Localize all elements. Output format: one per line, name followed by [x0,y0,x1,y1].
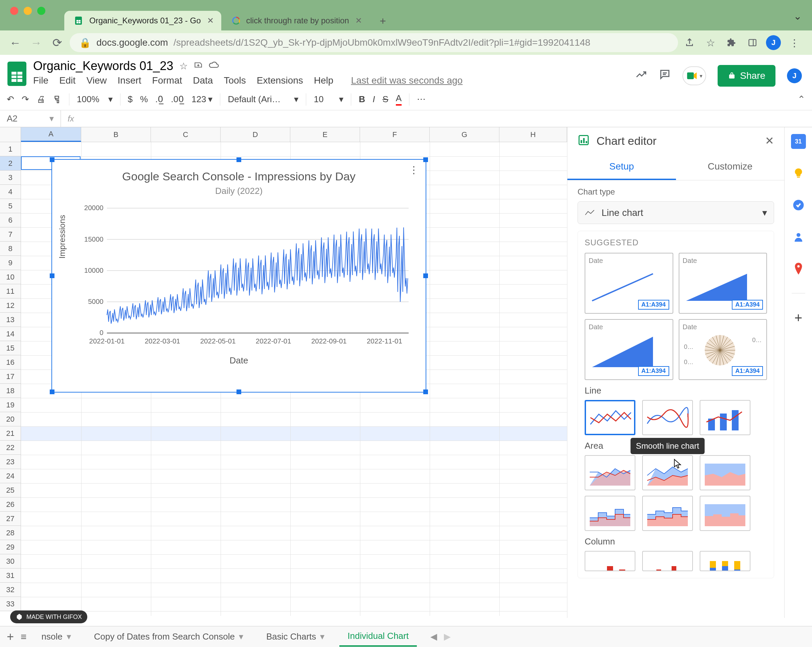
menu-edit[interactable]: Edit [59,75,75,86]
collapse-toolbar-icon[interactable]: ⌃ [797,94,805,105]
text-color-button[interactable]: A [396,93,401,105]
move-icon[interactable] [194,61,203,72]
browser-tab-sheets[interactable]: Organic_Keywords 01_23 - Go ✕ [64,11,221,31]
row-header[interactable]: 12 [0,299,21,313]
contacts-icon[interactable] [791,229,806,244]
share-button[interactable]: Share [717,65,775,87]
row-header[interactable]: 26 [0,497,21,512]
all-sheets-button[interactable]: ≡ [21,631,27,642]
menu-format[interactable]: Format [152,75,182,86]
column-chart-option[interactable] [585,551,635,571]
column-header[interactable]: E [290,127,360,142]
row-header[interactable]: 13 [0,313,21,327]
print-button[interactable]: 🖨 [37,94,45,105]
row-header[interactable]: 10 [0,270,21,284]
tab-overflow-icon[interactable]: ⌄ [794,10,802,22]
100-stacked-column-option[interactable] [700,551,751,571]
row-header[interactable]: 25 [0,483,21,497]
back-button[interactable]: ← [7,34,24,51]
scroll-tabs-left[interactable]: ◀ [430,632,437,642]
undo-button[interactable]: ↶ [7,94,14,105]
menu-view[interactable]: View [86,75,107,86]
row-header[interactable]: 20 [0,412,21,426]
row-header[interactable]: 31 [0,569,21,583]
cloud-icon[interactable] [209,61,219,72]
font-size-select[interactable]: 10 ▾ [314,94,343,105]
share-icon[interactable] [682,35,697,50]
column-header[interactable]: H [499,127,567,142]
sheet-tab-active[interactable]: Individual Chart [339,627,417,647]
window-close[interactable] [10,7,18,15]
row-header[interactable]: 8 [0,242,21,256]
menu-data[interactable]: Data [193,75,213,86]
add-sheet-button[interactable]: + [7,630,14,644]
suggested-chart-line[interactable]: Date A1:A394 [585,253,673,314]
row-header[interactable]: 11 [0,284,21,299]
row-header[interactable]: 1 [0,142,21,156]
chart-type-dropdown[interactable]: Line chart ▾ [577,201,774,224]
row-header[interactable]: 4 [0,185,21,199]
row-header[interactable]: 18 [0,384,21,398]
document-title[interactable]: Organic_Keywords 01_23 [33,59,173,73]
scroll-tabs-right[interactable]: ▶ [444,632,451,642]
line-chart-option[interactable] [585,400,635,435]
combo-chart-option[interactable] [700,400,751,435]
embedded-chart[interactable]: ⋮ Google Search Console - Impressions by… [52,159,426,392]
tab-customize[interactable]: Customize [676,154,785,180]
italic-button[interactable]: I [372,94,375,105]
row-header[interactable]: 29 [0,540,21,554]
forward-button[interactable]: → [28,34,45,51]
maps-icon[interactable] [791,261,806,276]
calendar-icon[interactable]: 31 [791,134,806,149]
font-select[interactable]: Default (Ari…▾ [228,94,298,105]
increase-decimal-button[interactable]: .00̲ [171,94,184,105]
star-icon[interactable]: ☆ [179,61,188,72]
stacked-column-option[interactable] [642,551,693,571]
keep-icon[interactable] [791,166,806,181]
suggested-chart-area[interactable]: Date A1:A394 [679,253,767,314]
comments-icon[interactable] [659,69,671,84]
row-header[interactable]: 15 [0,341,21,355]
decrease-decimal-button[interactable]: .0̲ [155,94,163,105]
address-bar[interactable]: 🔒 docs.google.com/spreadsheets/d/1S2Q_yb… [70,33,678,52]
close-icon[interactable]: ✕ [206,17,215,25]
redo-button[interactable]: ↷ [21,94,29,105]
menu-file[interactable]: File [33,75,48,86]
reload-button[interactable]: ⟳ [49,34,66,51]
profile-avatar[interactable]: J [766,35,781,50]
bookmark-icon[interactable]: ☆ [703,35,718,50]
stacked-stepped-area-option[interactable] [642,496,693,531]
row-header[interactable]: 2 [0,156,21,171]
row-header[interactable]: 7 [0,227,21,242]
sheet-tab[interactable]: Copy of Dates from Search Console ▾ [86,627,251,646]
add-addon-icon[interactable]: + [791,310,806,325]
currency-button[interactable]: $ [128,94,133,105]
row-header[interactable]: 33 [0,597,21,611]
column-header[interactable]: F [360,127,430,142]
menu-help[interactable]: Help [314,75,334,86]
chart-menu-icon[interactable]: ⋮ [409,164,419,175]
column-header[interactable]: A [21,127,81,142]
stacked-area-option[interactable] [642,455,693,490]
more-formats-button[interactable]: 123▾ [191,94,212,105]
paint-format-button[interactable] [53,95,61,104]
row-header[interactable]: 28 [0,526,21,540]
window-minimize[interactable] [24,7,32,15]
column-header[interactable]: C [151,127,221,142]
100-stacked-stepped-option[interactable] [700,496,751,531]
column-header[interactable]: D [221,127,290,142]
formula-input[interactable] [81,110,812,127]
row-header[interactable]: 23 [0,455,21,469]
row-header[interactable]: 32 [0,583,21,597]
select-all-corner[interactable] [0,127,21,142]
smooth-line-chart-option[interactable]: Smooth line chart [642,400,693,435]
row-header[interactable]: 27 [0,512,21,526]
row-header[interactable]: 9 [0,256,21,270]
sheet-tab[interactable]: Basic Charts ▾ [258,627,333,646]
sheets-logo[interactable] [6,59,28,89]
new-tab-button[interactable]: + [376,14,390,28]
tab-setup[interactable]: Setup [568,154,676,180]
area-chart-option[interactable] [585,455,635,490]
name-box[interactable]: A2 ▾ [0,110,61,127]
row-header[interactable]: 6 [0,213,21,227]
